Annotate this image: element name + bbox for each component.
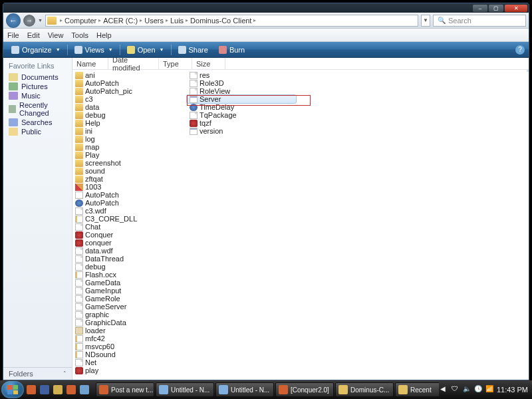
file-item[interactable]: Play	[72, 151, 187, 159]
taskbar-button[interactable]: [Conquer2.0]	[275, 382, 334, 397]
file-item[interactable]: TqPackage	[187, 111, 296, 119]
start-button[interactable]	[1, 381, 24, 398]
file-item[interactable]: GameRole	[72, 295, 187, 303]
tray-icon[interactable]: 🛡	[452, 385, 461, 394]
file-item[interactable]: log	[72, 135, 187, 143]
file-item[interactable]: screenshot	[72, 159, 187, 167]
file-item[interactable]: c3	[72, 95, 187, 103]
forward-button[interactable]: →	[23, 15, 35, 27]
quicklaunch-item[interactable]	[78, 383, 90, 396]
menu-edit[interactable]: Edit	[27, 31, 40, 39]
breadcrumb-segment[interactable]: ACER (C:)	[102, 17, 139, 25]
column-size[interactable]: Size	[192, 58, 225, 69]
file-item[interactable]: msvcp60	[72, 342, 187, 350]
file-item[interactable]: debug	[72, 263, 187, 271]
file-item[interactable]: data	[72, 103, 187, 111]
file-item[interactable]: Net	[72, 358, 187, 366]
views-button[interactable]: Views▼	[70, 45, 117, 55]
file-item[interactable]: GameData	[72, 279, 187, 287]
file-item[interactable]: map	[72, 143, 187, 151]
file-item[interactable]: GraphicData	[72, 319, 187, 327]
file-item[interactable]: Chat	[72, 223, 187, 231]
file-item[interactable]: DataThread	[72, 255, 187, 263]
maximize-button[interactable]: ▢	[489, 5, 503, 12]
file-item[interactable]: Server	[187, 95, 296, 103]
file-item[interactable]: AutoPatch_pic	[72, 87, 187, 95]
file-item[interactable]: data.wdf	[72, 247, 187, 255]
search-input[interactable]: 🔍 Search	[433, 15, 526, 27]
help-button[interactable]: ?	[515, 45, 525, 55]
file-item[interactable]: AutoPatch	[72, 191, 187, 199]
column-date[interactable]: Date modified	[108, 58, 159, 69]
taskbar-button[interactable]: Untitled - N...	[156, 382, 214, 397]
breadcrumb-segment[interactable]: Users	[143, 17, 165, 25]
back-button[interactable]: ←	[6, 13, 21, 28]
menu-tools[interactable]: Tools	[71, 31, 88, 39]
file-item[interactable]: ini	[72, 127, 187, 135]
file-item[interactable]: tqzf	[187, 119, 296, 127]
sidebar-item[interactable]: Public	[3, 127, 72, 136]
quicklaunch-item[interactable]	[52, 383, 64, 396]
file-item[interactable]: 1003	[72, 183, 187, 191]
file-item[interactable]: RoleView	[187, 87, 296, 95]
file-item[interactable]: C3_CORE_DLL	[72, 215, 187, 223]
taskbar-clock[interactable]: 11:43 PM	[497, 386, 528, 394]
breadcrumb-segment[interactable]: Dominus-Co Client	[189, 17, 253, 25]
file-item[interactable]: Help	[72, 119, 187, 127]
folders-pane-toggle[interactable]: Folders˄	[3, 367, 72, 380]
file-item[interactable]: AutoPatch	[72, 79, 187, 87]
column-type[interactable]: Type	[159, 58, 192, 69]
menu-file[interactable]: File	[7, 31, 19, 39]
file-item[interactable]: GameServer	[72, 303, 187, 311]
taskbar-button[interactable]: Post a new t...	[96, 382, 154, 397]
tray-icon[interactable]: 🕓	[474, 385, 483, 394]
file-item[interactable]: NDsound	[72, 350, 187, 358]
file-item[interactable]: c3.wdf	[72, 207, 187, 215]
sidebar-item[interactable]: Documents	[3, 72, 72, 82]
breadcrumb-segment[interactable]: Luis	[169, 17, 185, 25]
taskbar-button[interactable]: Recent	[395, 382, 439, 397]
file-item[interactable]: GameInput	[72, 287, 187, 295]
tray-icon[interactable]: 📶	[485, 385, 495, 394]
file-item[interactable]: graphic	[72, 311, 187, 319]
address-dropdown[interactable]: ▼	[421, 15, 430, 27]
address-bar[interactable]: ▸ Computer▸ ACER (C:)▸ Users▸ Luis▸ Domi…	[45, 15, 418, 27]
quicklaunch-item[interactable]	[65, 383, 77, 396]
file-item[interactable]: ani	[72, 71, 187, 79]
file-item[interactable]: version	[187, 127, 296, 135]
sidebar-item[interactable]: Recently Changed	[3, 100, 72, 118]
sidebar-item[interactable]: Music	[3, 91, 72, 100]
file-item[interactable]: AutoPatch	[72, 199, 187, 207]
menu-help[interactable]: Help	[96, 31, 112, 39]
file-item[interactable]: zftqat	[72, 175, 187, 183]
sidebar-item[interactable]: Searches	[3, 118, 72, 127]
file-item[interactable]: Flash.ocx	[72, 271, 187, 279]
taskbar-button[interactable]: Untitled - N...	[215, 382, 274, 397]
minimize-button[interactable]: –	[473, 5, 487, 12]
open-button[interactable]: Open▼	[123, 45, 168, 55]
file-item[interactable]: loader	[72, 327, 187, 334]
menu-view[interactable]: View	[48, 31, 64, 39]
quicklaunch-item[interactable]	[39, 383, 51, 396]
column-name[interactable]: Name	[72, 58, 108, 69]
file-item[interactable]: debug	[72, 111, 187, 119]
file-item[interactable]: TimeDelay	[187, 103, 296, 111]
quicklaunch-item[interactable]	[25, 383, 37, 396]
organize-button[interactable]: Organize▼	[7, 45, 65, 55]
file-item[interactable]: Conquer	[72, 231, 187, 239]
file-item[interactable]: conquer	[72, 239, 187, 247]
file-item[interactable]: mfc42	[72, 334, 187, 342]
tray-icon[interactable]: ◀	[440, 385, 450, 394]
file-item[interactable]: play	[72, 366, 187, 374]
tray-icon[interactable]: 🔈	[463, 385, 472, 394]
sidebar-item[interactable]: Pictures	[3, 82, 72, 91]
breadcrumb-segment[interactable]: Computer	[63, 17, 98, 25]
burn-button[interactable]: Burn	[215, 45, 249, 55]
file-item[interactable]: Role3D	[187, 79, 296, 87]
nav-history-dropdown[interactable]: ▼	[38, 18, 43, 23]
share-button[interactable]: Share	[174, 45, 212, 55]
close-button[interactable]: ✕	[505, 5, 527, 12]
file-item[interactable]: sound	[72, 167, 187, 175]
taskbar-button[interactable]: Dominus-C...	[335, 382, 394, 397]
file-item[interactable]: res	[187, 71, 296, 79]
